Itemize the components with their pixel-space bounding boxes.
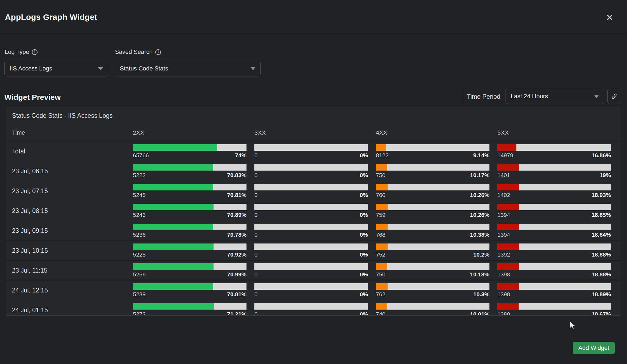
- cell-value: 752: [376, 251, 385, 258]
- cell-value: 0: [254, 251, 258, 258]
- table-scroll-area[interactable]: Total 65766 74% 0 0% 8122 9.14%: [6, 141, 621, 316]
- stat-cell: 5228 70.92%: [133, 241, 254, 260]
- cell-pct: 71.21%: [227, 311, 246, 316]
- cell-pct: 18.84%: [592, 232, 611, 238]
- bar-fill: [133, 243, 214, 250]
- stat-cell: 1402 18.93%: [497, 181, 619, 201]
- link-icon: [611, 93, 617, 100]
- col-header-2xx: 2XX: [133, 129, 254, 136]
- modal-header: AppLogs Graph Widget ✕: [0, 0, 627, 33]
- modal-title: AppLogs Graph Widget: [5, 13, 97, 22]
- cell-pct: 70.83%: [227, 172, 246, 178]
- row-time: 23 Jul, 06:15: [6, 161, 133, 181]
- cell-value: 750: [376, 172, 385, 178]
- cell-pct: 9.14%: [473, 152, 489, 159]
- saved-search-select[interactable]: Status Code Stats: [115, 61, 261, 76]
- stat-cell: 740 10.01%: [376, 300, 497, 316]
- progress-bar: [254, 263, 368, 270]
- cell-pct: 18.85%: [592, 212, 611, 218]
- row-time: 23 Jul, 08:15: [6, 201, 133, 221]
- footer-divider: [0, 324, 627, 324]
- progress-bar: [497, 204, 611, 210]
- table-row: 23 Jul, 08:15 5243 70.89% 0 0% 759 10.26…: [6, 201, 621, 221]
- bar-fill: [497, 303, 519, 310]
- cell-pct: 10.2%: [473, 251, 489, 258]
- progress-bar: [497, 144, 611, 151]
- cell-value: 1392: [497, 251, 510, 258]
- cell-pct: 18.89%: [592, 291, 611, 298]
- info-icon[interactable]: i: [155, 49, 161, 55]
- progress-bar: [497, 164, 611, 171]
- vertical-divider: [463, 90, 463, 103]
- cell-pct: 0%: [360, 172, 368, 178]
- cell-pct: 70.81%: [227, 291, 246, 298]
- cell-value: 1394: [497, 232, 510, 238]
- cell-value: 768: [376, 232, 385, 238]
- cell-pct: 0%: [360, 192, 368, 198]
- progress-bar: [376, 243, 489, 250]
- bar-fill: [497, 263, 519, 270]
- bar-fill: [497, 144, 516, 151]
- cell-value: 0: [254, 152, 258, 159]
- progress-bar: [254, 224, 368, 230]
- cell-pct: 0%: [360, 251, 368, 258]
- log-type-select[interactable]: IIS Access Logs: [4, 61, 108, 76]
- bar-fill: [497, 243, 519, 250]
- time-period-select[interactable]: Last 24 Hours: [506, 89, 604, 104]
- cell-value: 1394: [497, 212, 510, 218]
- cell-value: 740: [376, 311, 385, 316]
- cell-pct: 0%: [360, 311, 368, 316]
- progress-bar: [376, 204, 489, 210]
- close-button[interactable]: ✕: [602, 10, 617, 24]
- table-row: 24 Jul, 12:15 5239 70.81% 0 0% 762 10.3%: [6, 280, 621, 300]
- bar-fill: [133, 224, 213, 230]
- progress-bar: [497, 303, 611, 310]
- bar-fill: [376, 243, 388, 250]
- bar-fill: [133, 184, 213, 190]
- progress-bar: [133, 184, 246, 190]
- saved-search-label: Saved Search i: [115, 48, 161, 55]
- cell-value: 65766: [133, 152, 149, 159]
- time-period-label: Time Period: [467, 93, 500, 100]
- progress-bar: [133, 303, 246, 310]
- progress-bar: [254, 144, 368, 151]
- stat-cell: 0 0%: [254, 161, 376, 181]
- stat-cell: 752 10.2%: [376, 241, 497, 260]
- cell-pct: 70.81%: [227, 192, 246, 198]
- progress-bar: [497, 224, 611, 230]
- info-icon[interactable]: i: [32, 49, 38, 55]
- stat-cell: 5245 70.81%: [133, 181, 254, 201]
- bar-fill: [376, 204, 388, 210]
- stat-cell: 0 0%: [254, 201, 376, 221]
- cell-value: 5245: [133, 192, 146, 198]
- cell-pct: 74%: [235, 152, 246, 159]
- add-widget-button[interactable]: Add Widget: [573, 342, 615, 354]
- copy-link-button[interactable]: [607, 89, 621, 104]
- stat-cell: 750 10.17%: [376, 161, 497, 181]
- cell-pct: 0%: [360, 291, 368, 298]
- log-type-value: IIS Access Logs: [10, 65, 52, 72]
- cell-value: 5228: [133, 251, 146, 258]
- cell-pct: 19%: [599, 172, 611, 178]
- cell-value: 0: [254, 172, 258, 178]
- stat-cell: 1398 18.88%: [497, 261, 619, 280]
- chevron-down-icon: [251, 67, 255, 70]
- progress-bar: [376, 144, 489, 151]
- progress-bar: [254, 204, 368, 210]
- cell-pct: 10.13%: [470, 271, 489, 278]
- cell-pct: 10.38%: [470, 232, 489, 238]
- bar-fill: [133, 283, 213, 290]
- row-time: Total: [6, 141, 133, 161]
- col-header-3xx: 3XX: [254, 129, 376, 136]
- cell-pct: 70.92%: [227, 251, 246, 258]
- cell-pct: 16.86%: [592, 152, 611, 159]
- progress-bar: [133, 224, 246, 230]
- stat-cell: 5239 70.81%: [133, 280, 254, 300]
- progress-bar: [376, 184, 489, 190]
- stat-cell: 0 0%: [254, 300, 376, 316]
- cell-value: 0: [254, 271, 258, 278]
- progress-bar: [133, 204, 246, 210]
- bar-fill: [497, 204, 519, 210]
- chevron-down-icon: [594, 95, 599, 98]
- cell-value: 0: [254, 212, 258, 218]
